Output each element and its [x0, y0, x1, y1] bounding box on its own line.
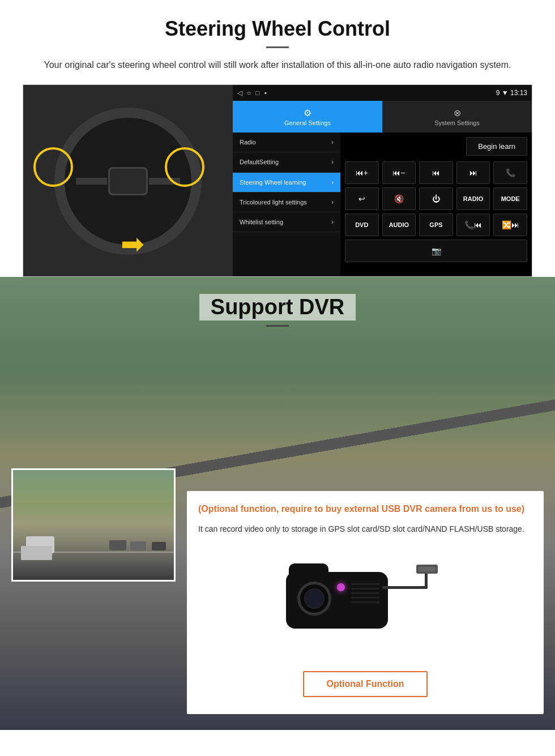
gear-icon: ⚙ [304, 108, 311, 118]
dvr-description: It can record video only to storage in G… [198, 523, 532, 535]
menu-icon: ▪ [264, 89, 267, 97]
call-button[interactable]: 📞 [493, 161, 527, 184]
dvr-section: Support DVR (Optional function, require … [0, 277, 555, 730]
vent-2 [351, 588, 379, 590]
prev-button[interactable]: ⏮ [419, 161, 453, 184]
vent-5 [351, 601, 379, 603]
vent-4 [351, 597, 379, 599]
camera-product-area [269, 558, 462, 654]
vol-down-button[interactable]: ⏮− [382, 161, 416, 184]
power-button[interactable]: ⏻ [419, 187, 453, 210]
dvr-optional-warning: (Optional function, require to buy exter… [198, 502, 532, 516]
title-divider [266, 46, 289, 48]
usb-plug-inner [419, 567, 436, 571]
optional-function-button[interactable]: Optional Function [303, 671, 428, 697]
home-icon: ○ [247, 89, 251, 97]
menu-item-tricoloured[interactable]: Tricoloured light settings › [233, 193, 340, 212]
vent-1 [351, 583, 379, 585]
highlight-circle-right [165, 147, 204, 187]
chevron-right-icon: › [331, 138, 334, 146]
dvr-preview-inner [13, 470, 174, 580]
topbar-status: 9 ▼ 13:13 [496, 89, 527, 97]
back-icon: ◁ [237, 89, 242, 97]
camera-top-bump [289, 563, 328, 576]
hangup-button[interactable]: ↩ [345, 187, 379, 210]
menu-radio-label: Radio [240, 138, 256, 146]
dvd-button[interactable]: DVD [345, 213, 379, 236]
menu-tricoloured-label: Tricoloured light settings [240, 198, 307, 206]
dvr-info-box: (Optional function, require to buy exter… [187, 491, 544, 714]
menu-item-swlearning[interactable]: Steering Wheel learning › [233, 173, 340, 193]
tab-system-settings[interactable]: ⊗ System Settings [382, 101, 532, 133]
dvr-camera-illustration [198, 546, 532, 660]
swc-composite: ➡ ◁ ○ □ ▪ 9 ▼ 13:13 ⚙ General Set [23, 84, 532, 277]
chevron-right-icon: › [331, 218, 334, 226]
android-topbar: ◁ ○ □ ▪ 9 ▼ 13:13 [233, 85, 532, 101]
ui-body: Radio › DefaultSetting › Steering Wheel … [233, 133, 532, 276]
camera-light-beam [269, 592, 300, 637]
sw-controls-panel: Begin learn ⏮+ ⏮− ⏮ ⏭ 📞 ↩ 🔇 ⏻ [340, 133, 532, 276]
vent-3 [351, 592, 379, 594]
menu-whitelist-label: Whitelist setting [240, 218, 283, 226]
begin-learn-row: Begin learn [345, 137, 527, 156]
dvr-preview-image [11, 468, 176, 582]
vol-up-button[interactable]: ⏮+ [345, 161, 379, 184]
menu-default-label: DefaultSetting [240, 158, 279, 166]
system-icon: ⊗ [454, 108, 461, 118]
begin-learn-button[interactable]: Begin learn [466, 137, 527, 156]
menu-item-defaultsetting[interactable]: DefaultSetting › [233, 152, 340, 172]
android-ui-panel: ◁ ○ □ ▪ 9 ▼ 13:13 ⚙ General Settings ⊗ S… [233, 85, 532, 276]
highlight-circle-left [33, 147, 73, 187]
chevron-right-active-icon: › [331, 178, 334, 186]
subtitle-text: Your original car's steering wheel contr… [34, 58, 521, 72]
mode-button[interactable]: MODE [493, 187, 527, 210]
settings-menu: Radio › DefaultSetting › Steering Wheel … [233, 133, 340, 276]
tab-system-label: System Settings [434, 119, 479, 126]
dvr-title-divider [266, 325, 289, 327]
gps-button[interactable]: GPS [419, 213, 453, 236]
topbar-nav-icons: ◁ ○ □ ▪ [237, 89, 267, 97]
chevron-right-icon: › [331, 198, 334, 206]
control-row-3: DVD AUDIO GPS 📞⏮ 🔀⏭ [345, 213, 527, 236]
dvr-title: Support DVR [199, 294, 356, 321]
shuffle-next-button[interactable]: 🔀⏭ [493, 213, 527, 236]
control-row-2: ↩ 🔇 ⏻ RADIO MODE [345, 187, 527, 210]
settings-tabs: ⚙ General Settings ⊗ System Settings [233, 101, 532, 133]
usb-cable-horiz [382, 586, 428, 589]
dvr-title-area: Support DVR [0, 277, 555, 332]
tab-general-label: General Settings [284, 119, 331, 126]
dvr-content-area: (Optional function, require to buy exter… [0, 491, 555, 714]
wheel-center [108, 167, 148, 195]
next-button[interactable]: ⏭ [456, 161, 490, 184]
call-prev-button[interactable]: 📞⏮ [456, 213, 490, 236]
spoke-left [76, 178, 107, 185]
menu-item-whitelist[interactable]: Whitelist setting › [233, 212, 340, 232]
audio-button[interactable]: AUDIO [382, 213, 416, 236]
page-title: Steering Wheel Control [23, 17, 532, 41]
optional-function-area: Optional Function [198, 671, 532, 697]
radio-button[interactable]: RADIO [456, 187, 490, 210]
arrow-icon: ➡ [121, 228, 144, 260]
menu-item-radio[interactable]: Radio › [233, 133, 340, 152]
control-row-1: ⏮+ ⏮− ⏮ ⏭ 📞 [345, 161, 527, 184]
recents-icon: □ [255, 89, 259, 97]
chevron-right-icon: › [331, 158, 334, 166]
mute-button[interactable]: 🔇 [382, 187, 416, 210]
menu-swlearning-label: Steering Wheel learning [240, 178, 306, 186]
camera-button[interactable]: 📷 [345, 240, 527, 262]
control-row-4: 📷 [345, 240, 527, 262]
tab-general-settings[interactable]: ⚙ General Settings [233, 101, 382, 133]
steering-wheel-section: Steering Wheel Control Your original car… [0, 0, 555, 277]
status-time: 9 ▼ 13:13 [496, 89, 527, 97]
steering-wheel-photo: ➡ [23, 85, 233, 277]
